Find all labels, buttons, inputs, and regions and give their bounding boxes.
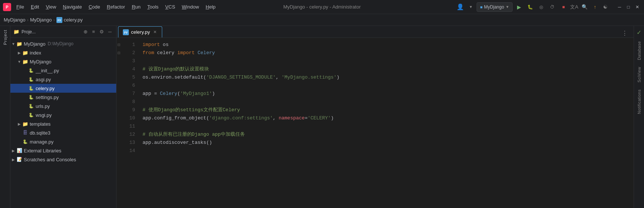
tree-item-settings[interactable]: ▶ 🐍 settings.py xyxy=(10,93,116,102)
tree-arrow-templates: ▶ xyxy=(16,121,22,127)
tree-arrow-scratch: ▶ xyxy=(10,156,16,162)
maximize-button[interactable]: □ xyxy=(625,3,632,11)
line-number-9: 9 xyxy=(121,106,140,114)
code-editor[interactable]: ⊟ ⊟ 1234567891011121314 xyxy=(117,38,634,208)
tree-item-mydjango[interactable]: ▼ 📁 MyDjango xyxy=(10,57,116,66)
translate-button[interactable]: 文A xyxy=(570,3,579,11)
line-number-1: 1 xyxy=(121,41,140,49)
tree-arrow-root: ▼ xyxy=(10,41,16,47)
tree-label-manage: manage.py xyxy=(30,139,53,145)
tree-item-index[interactable]: ▶ 📁 index xyxy=(10,48,116,57)
tree-item-ext-lib[interactable]: ▶ 📊 External Libraries xyxy=(10,146,116,155)
sidebar-strip: Project xyxy=(0,26,10,208)
stop-button[interactable]: ■ xyxy=(559,2,568,12)
tree-item-root[interactable]: ▼ 📁 MyDjango D:\MyDjango xyxy=(10,39,116,48)
minimize-button[interactable]: ─ xyxy=(616,3,623,11)
tree-item-asgi[interactable]: ▶ 🐍 asgi.py xyxy=(10,75,116,84)
project-panel: 📁 Proje... ⊕ ≡ ⚙ ─ ▼ 📁 MyDjango D:\MyDja… xyxy=(10,26,117,208)
menu-vcs[interactable]: VCS xyxy=(162,3,178,11)
tree-label-asgi: asgi.py xyxy=(36,77,51,82)
line-number-13: 13 xyxy=(121,139,140,147)
sciview-panel-tab[interactable]: SciView xyxy=(635,64,643,85)
menu-code[interactable]: Code xyxy=(86,3,103,11)
tree-label-scratch: Scratches and Consoles xyxy=(24,157,76,162)
line-number-2: 2 xyxy=(121,49,140,57)
menu-file[interactable]: File xyxy=(13,3,27,11)
tree-item-templates[interactable]: ▶ 📁 templates xyxy=(10,119,116,128)
collapse-all-btn[interactable]: ≡ xyxy=(90,29,97,35)
search-everywhere-button[interactable]: 🔍 xyxy=(580,3,589,11)
editor-tabs: py celery.py ✕ ⋮ xyxy=(117,26,634,38)
line-number-3: 3 xyxy=(121,57,140,65)
line-number-5: 5 xyxy=(121,73,140,82)
tree-item-wsgi[interactable]: ▶ 🐍 wsgi.py xyxy=(10,110,116,119)
code-content[interactable]: import osfrom celery import Celery# 设置Dj… xyxy=(140,38,634,208)
code-line-9: # 使用Django的settings文件配置Celery xyxy=(143,106,634,114)
run-config-name: MyDjango xyxy=(484,4,504,10)
line-number-11: 11 xyxy=(121,122,140,131)
tree-sublabel-root: D:\MyDjango xyxy=(48,41,73,46)
notifications-panel-tab[interactable]: Notifications xyxy=(635,86,643,117)
tree-label-db: db.sqlite3 xyxy=(30,130,50,136)
py-icon-init: 🐍 xyxy=(28,67,34,73)
folder-icon-mydjango: 📁 xyxy=(22,59,28,65)
dropdown-arrow[interactable]: ▼ xyxy=(466,3,475,11)
run-config-selector[interactable]: ■ MyDjango ▼ xyxy=(477,2,513,12)
locate-file-btn[interactable]: ⊕ xyxy=(82,29,89,35)
tree-item-scratches[interactable]: ▶ 📝 Scratches and Consoles xyxy=(10,155,116,164)
panel-actions: ⊕ ≡ ⚙ ─ xyxy=(82,29,113,35)
tree-options-btn[interactable]: ⚙ xyxy=(98,29,105,35)
breadcrumb-mydjango[interactable]: MyDjango xyxy=(30,17,52,23)
menu-window[interactable]: Window xyxy=(179,3,202,11)
code-line-12: # 自动从所有已注册的Django app中加载任务 xyxy=(143,131,634,139)
line-number-4: 4 xyxy=(121,65,140,73)
code-line-10: app.config_from_object('django.conf:sett… xyxy=(143,114,634,122)
menu-refactor[interactable]: Refactor xyxy=(104,3,128,11)
py-icon-settings: 🐍 xyxy=(28,94,34,100)
database-panel-tab[interactable]: Database xyxy=(635,38,643,63)
tab-file-icon: py xyxy=(123,29,129,35)
tree-item-db[interactable]: ▶ 🗄 db.sqlite3 xyxy=(10,128,116,137)
project-strip-label[interactable]: Project xyxy=(1,27,9,47)
py-icon-urls: 🐍 xyxy=(28,103,34,109)
profile-button[interactable]: 👤 xyxy=(456,3,465,11)
editor-options-btn[interactable]: ⋮ xyxy=(620,29,629,37)
gutter-2: ⊟ xyxy=(117,49,121,57)
tree-label-wsgi: wsgi.py xyxy=(36,112,52,118)
line-number-14: 14 xyxy=(121,147,140,155)
folder-icon-root: 📁 xyxy=(16,41,22,47)
menu-run[interactable]: Run xyxy=(129,3,144,11)
settings-button[interactable]: ☯ xyxy=(601,3,610,11)
menu-tools[interactable]: Tools xyxy=(144,3,161,11)
menu-help[interactable]: Help xyxy=(203,3,219,11)
code-line-1: import os xyxy=(143,41,634,49)
tree-item-manage[interactable]: ▶ 🐍 manage.py xyxy=(10,137,116,146)
coverage-button[interactable]: ◎ xyxy=(536,2,546,12)
run-button[interactable]: ▶ xyxy=(514,2,524,12)
update-button[interactable]: ↑ xyxy=(591,3,599,11)
menu-edit[interactable]: Edit xyxy=(28,3,42,11)
close-button[interactable]: ✕ xyxy=(634,3,641,11)
gutter-8 xyxy=(117,98,121,106)
py-icon-wsgi: 🐍 xyxy=(28,112,34,118)
minimize-panel-btn[interactable]: ─ xyxy=(107,29,113,35)
gutter-14 xyxy=(117,147,121,155)
py-icon-manage: 🐍 xyxy=(22,139,28,145)
breadcrumb-mydjango-root[interactable]: MyDjango xyxy=(4,17,26,23)
gutter-10 xyxy=(117,114,121,122)
profiler-button[interactable]: ⏱ xyxy=(547,2,557,12)
tab-close-btn[interactable]: ✕ xyxy=(152,30,157,35)
folder-icon-index: 📁 xyxy=(22,50,28,56)
debug-button[interactable]: 🐛 xyxy=(525,2,535,12)
editor-area: py celery.py ✕ ⋮ ⊟ ⊟ xyxy=(117,26,634,208)
tree-item-init[interactable]: ▶ 🐍 __init__.py xyxy=(10,66,116,75)
tab-celery-py[interactable]: py celery.py ✕ xyxy=(118,26,162,37)
tree-label-index: index xyxy=(30,50,41,56)
breadcrumb-file[interactable]: py celery.py xyxy=(56,17,83,23)
tree-item-celery[interactable]: ▶ 🐍 celery.py xyxy=(10,84,116,93)
menu-view[interactable]: View xyxy=(43,3,59,11)
tree-item-urls[interactable]: ▶ 🐍 urls.py xyxy=(10,102,116,110)
window-title: MyDjango - celery.py - Administrator xyxy=(283,4,361,10)
menu-navigate[interactable]: Navigate xyxy=(60,3,85,11)
tree-arrow-ext: ▶ xyxy=(10,148,16,153)
